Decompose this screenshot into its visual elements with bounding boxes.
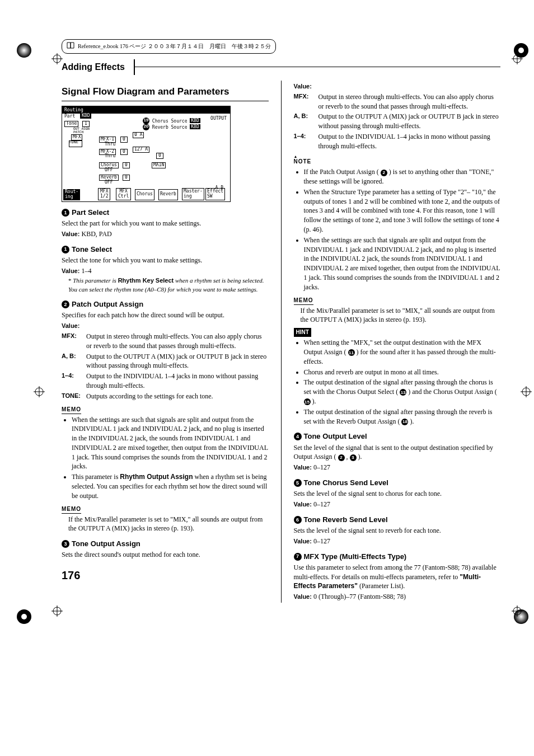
diagram-thru2: Thru: [105, 154, 115, 159]
mfx-type-value: Value: 0 (Through)–77 (Fantom-S88; 78): [294, 592, 501, 602]
diagram-mfx12-btn: MFX 1/2: [98, 188, 110, 200]
diagram-thru: Thru: [105, 142, 115, 147]
crop-mark-icon: [521, 386, 532, 400]
part-select-body: Select the part for which you want to ma…: [62, 219, 269, 228]
note-item: When the settings are such that signals …: [304, 236, 501, 292]
tone-output-assign-body: Sets the direct sound's output method fo…: [62, 550, 269, 560]
value-mfx: MFX:Output in stereo through multi-effec…: [294, 92, 501, 111]
diagram-val0b: 0 A: [133, 132, 144, 138]
diagram-output: OUTPUT: [210, 116, 227, 121]
tone-chorus-value: Value: 0–127: [294, 500, 501, 509]
tone-output-level-value: Value: 0–127: [294, 463, 501, 472]
hint-item: When setting the "MFX," set the output d…: [304, 338, 501, 366]
diagram-routing-btn: Rout- ing: [63, 189, 80, 200]
book-icon: [67, 42, 74, 51]
diagram-val0e: 0: [123, 162, 130, 168]
tone-reverb-body: Sets the level of the signal sent to rev…: [294, 526, 501, 536]
patch-output-14: 1–4:Output to the INDIVIDUAL 1–4 jacks i…: [62, 372, 269, 391]
memo-text: If the Mix/Parallel parameter is set to …: [68, 515, 269, 534]
diagram-val127: 127 A: [133, 147, 149, 153]
svg-point-4: [21, 614, 27, 619]
memo-label: MEMO: [62, 406, 81, 414]
diagram-reverb-src: 20 Reverb Source KBD: [143, 124, 200, 130]
diagram-part-label: Part: [64, 114, 75, 119]
hint-item: Chorus and reverb are output in mono at …: [304, 368, 501, 377]
part-select-heading: 1Part Select: [62, 208, 269, 218]
mfx-type-heading: 7MFX Type (Multi-Effects Type): [294, 552, 501, 562]
tone-output-level-heading: 4Tone Output Level: [294, 431, 501, 442]
tone-reverb-value: Value: 0–127: [294, 537, 501, 546]
hint-label: HINT: [294, 328, 311, 337]
note-item: When the Structure Type parameter has a …: [304, 187, 501, 234]
memo-item: When the settings are such that signals …: [72, 415, 269, 472]
svg-point-2: [518, 48, 524, 53]
diagram-chorus-btn: Chorus: [135, 189, 154, 200]
diagram-val0c: 0: [120, 149, 128, 155]
memo-label: MEMO: [62, 505, 81, 514]
tone-output-level-body: Set the level of the signal that is sent…: [294, 443, 501, 462]
diagram-master-btn: Master- ing: [182, 188, 204, 200]
tone-chorus-heading: 5Tone Chorus Send Level: [294, 478, 501, 488]
tone-select-heading: 1Tone Select: [62, 245, 269, 255]
tone-select-note: This parameter is Rhythm Key Select when…: [68, 276, 269, 294]
registration-mark-bl: [16, 608, 32, 625]
patch-output-ab: A, B:Output to the OUTPUT A (MIX) jack o…: [62, 352, 269, 371]
tone-select-value: Value: 1–4: [62, 266, 269, 276]
diagram-outasgn: OUT ASGN PATCH: [73, 127, 90, 134]
diagram-title: Routing: [62, 106, 230, 114]
book-header-text: Reference_e.book 176 ページ ２００３年７月１４日 月曜日 …: [78, 43, 271, 50]
value-label: Value:: [294, 83, 312, 90]
section-bar: Adding Effects: [62, 59, 500, 75]
registration-mark-tl: [16, 42, 32, 59]
svg-point-0: [17, 43, 31, 58]
diagram-reverb-btn: Reverb: [158, 189, 178, 200]
diagram-val0a: 0: [120, 137, 128, 143]
note-label: NOTE: [294, 156, 312, 166]
diagram-tone-label: Tone: [64, 121, 78, 127]
diagram-val0f: 0: [123, 175, 130, 181]
memo-item: This parameter is Rhythm Output Assign w…: [72, 472, 269, 500]
tone-output-assign-heading: 3Tone Output Assign: [62, 539, 269, 549]
hint-item: The output destination of the signal aft…: [304, 407, 501, 426]
tone-select-body: Select the tone for which you want to ma…: [62, 256, 269, 265]
diagram-main: MAIN: [152, 162, 166, 168]
note-item: If the Patch Output Assign ( 2 ) is set …: [304, 167, 501, 186]
column-separator: [281, 81, 282, 603]
crop-mark-icon: [512, 53, 523, 67]
patch-output-mfx: MFX:Output in stereo through multi-effec…: [62, 332, 269, 351]
tone-chorus-body: Sets the level of the signal sent to cho…: [294, 489, 501, 499]
value-14: 1–4:Output to the INDIVIDUAL 1–4 jacks i…: [294, 132, 501, 151]
mfx-type-body: Use this parameter to select from among …: [294, 563, 501, 591]
diagram-kbd: KBD: [80, 114, 91, 119]
diagram-val-1: 1: [82, 121, 90, 127]
patch-output-body: Specifies for each patch how the direct …: [62, 311, 269, 320]
value-ab: A, B:Output to the OUTPUT A (MIX) jack o…: [294, 112, 501, 131]
memo-label: MEMO: [294, 297, 313, 305]
crop-mark-icon: [34, 386, 45, 400]
diagram-mfx: MFX: [71, 134, 82, 140]
diagram-val0d: 0: [156, 153, 163, 159]
diagram-mfxctrl-btn: MFX Ctrl: [116, 188, 131, 200]
patch-output-heading: 2Patch Output Assign: [62, 299, 269, 309]
book-header: Reference_e.book 176 ページ ２００３年７月１４日 月曜日 …: [62, 39, 276, 54]
routing-diagram: Routing Part KBD Tone 1 OUT ASGN PATCH M…: [62, 106, 231, 202]
crop-mark-icon: [51, 53, 63, 67]
page-number: 176: [62, 567, 269, 583]
memo-text: If the Mix/Parallel parameter is set to …: [301, 306, 501, 325]
crop-mark-icon: [512, 605, 523, 619]
section-title: Adding Effects: [62, 61, 132, 73]
hint-item: The output destination of the signal aft…: [304, 378, 501, 406]
tone-reverb-heading: 6Tone Reverb Send Level: [294, 515, 501, 525]
patch-output-tone: TONE:Outputs according to the settings f…: [62, 392, 269, 401]
main-heading: Signal Flow Diagram and Parameters: [62, 85, 269, 101]
value-label: Value:: [62, 322, 79, 329]
crop-mark-icon: [51, 605, 63, 619]
part-select-value: Value: KBD, PAD: [62, 229, 269, 239]
